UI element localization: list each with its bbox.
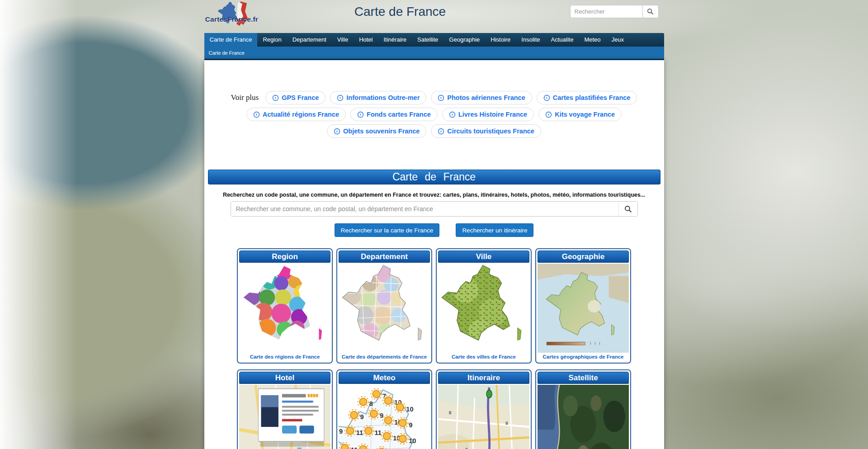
circle-bolt-icon [337, 95, 344, 101]
svg-text:10: 10 [406, 406, 413, 413]
card-departement-caption[interactable]: Carte des départements de France [339, 353, 430, 361]
pill-kits-voyage-france[interactable]: Kits voyage France [538, 108, 622, 121]
site-header: CartesFrance.fr Carte de France [204, 0, 664, 33]
circle-bolt-icon [253, 111, 260, 118]
main-content: Voir plus GPS France Informations Outre-… [204, 60, 664, 449]
svg-text:11: 11 [356, 429, 363, 436]
page-container: CartesFrance.fr Carte de France Carte de… [204, 0, 664, 449]
svg-text:8: 8 [369, 400, 373, 407]
tab-hotel[interactable]: Hotel [354, 33, 378, 47]
top-search [570, 5, 659, 18]
regions-map-image [239, 264, 330, 353]
card-ville-caption[interactable]: Carte des villes de France [438, 353, 529, 361]
search-route-button[interactable]: Rechercher un itinéraire [456, 223, 533, 237]
pill-livres-histoire-france[interactable]: Livres Histoire France [442, 108, 534, 121]
card-geographie-header: Geographie [538, 250, 629, 263]
card-satellite-header: Satellite [538, 372, 629, 384]
card-departement-header: Departement [339, 250, 430, 263]
svg-text:9: 9 [360, 413, 363, 421]
search-icon [624, 205, 632, 213]
card-geographie[interactable]: Geographie Cartes [535, 248, 631, 364]
pill-informations-outre-mer[interactable]: Informations Outre-mer [330, 91, 426, 104]
search-map-button[interactable]: Rechercher sur la carte de France [335, 223, 440, 237]
pill-actualite-regions-france[interactable]: Actualité régions France [246, 108, 346, 121]
card-itineraire-header: Itineraire [438, 372, 529, 384]
card-meteo-header: Meteo [339, 372, 430, 384]
tab-carte-de-france[interactable]: Carte de France [204, 33, 258, 47]
tab-ville[interactable]: Ville [332, 33, 354, 47]
circle-bolt-icon [438, 128, 444, 135]
pill-fonds-cartes-france[interactable]: Fonds cartes France [350, 108, 438, 121]
pill-photos-aeriennes-france[interactable]: Photos aériennes France [431, 91, 532, 104]
card-departement[interactable]: Departement [336, 248, 432, 364]
pill-gps-france[interactable]: GPS France [265, 91, 326, 104]
pill-cartes-plastifiees-france[interactable]: Cartes plastifiées France [537, 91, 637, 104]
geographie-map-image [538, 264, 629, 353]
card-itineraire[interactable]: Itineraire [436, 369, 532, 449]
circle-bolt-icon [438, 95, 444, 101]
svg-text:10: 10 [409, 437, 416, 444]
tab-jeux[interactable]: Jeux [606, 33, 629, 47]
card-meteo[interactable]: Meteo 78101099109911111010111211912 [336, 369, 432, 449]
circle-bolt-icon [272, 95, 279, 101]
page-title: Carte de France [204, 5, 596, 19]
card-hotel-header: Hotel [239, 372, 330, 384]
satellite-map-image [538, 385, 629, 449]
card-region-caption[interactable]: Carte des régions de France [239, 353, 330, 361]
card-ville-header: Ville [438, 250, 529, 263]
svg-text:11: 11 [374, 429, 381, 436]
circle-bolt-icon [334, 128, 340, 135]
cards-grid: Region [237, 248, 631, 449]
tab-geographie[interactable]: Geographie [443, 33, 485, 47]
itineraire-map-image [438, 385, 529, 449]
pill-objets-souvenirs-france[interactable]: Objets souvenirs France [327, 124, 426, 138]
voir-plus-section: Voir plus GPS France Informations Outre-… [204, 91, 664, 138]
svg-text:9: 9 [409, 421, 412, 429]
tab-itineraire[interactable]: Itinéraire [378, 33, 412, 47]
svg-text:9: 9 [380, 412, 383, 419]
voir-plus-label: Voir plus [231, 93, 259, 102]
tab-departement[interactable]: Departement [287, 33, 332, 47]
pill-circuits-touristiques-france[interactable]: Circuits touristiques France [431, 124, 541, 138]
tab-region[interactable]: Region [257, 33, 287, 47]
top-search-input[interactable] [570, 5, 642, 18]
card-satellite[interactable]: Satellite [535, 369, 631, 449]
card-region-header: Region [239, 250, 330, 263]
tab-actualite[interactable]: Actualite [546, 33, 579, 47]
search-icon [647, 8, 654, 15]
circle-bolt-icon [545, 111, 552, 118]
card-geographie-caption[interactable]: Cartes géographiques de France [538, 353, 629, 361]
tab-meteo[interactable]: Meteo [579, 33, 606, 47]
hotel-map-image [239, 385, 330, 449]
intro-text: Recherchez un code postal, une commune, … [204, 192, 664, 198]
main-search-input[interactable] [231, 202, 618, 216]
main-nav: Carte de France Region Departement Ville… [204, 33, 664, 47]
tab-histoire[interactable]: Histoire [485, 33, 516, 47]
card-ville[interactable]: Ville Carte des villes de France [436, 248, 532, 364]
main-search-button[interactable] [618, 202, 637, 216]
svg-text:11: 11 [351, 446, 358, 449]
villes-map-image [438, 264, 529, 353]
circle-bolt-icon [543, 95, 550, 101]
section-banner: Carte de France [208, 170, 660, 184]
circle-bolt-icon [449, 111, 456, 118]
main-search [231, 201, 638, 217]
top-search-button[interactable] [642, 5, 659, 18]
meteo-map-image: 781010991099111110101112119121112131312 [339, 385, 430, 449]
card-hotel[interactable]: Hotel [237, 369, 333, 449]
tab-insolite[interactable]: Insolite [516, 33, 545, 47]
svg-text:9: 9 [339, 428, 343, 435]
breadcrumb[interactable]: Carte de France [204, 47, 664, 60]
circle-bolt-icon [357, 111, 364, 118]
tab-satellite[interactable]: Satellite [412, 33, 443, 47]
departements-map-image [339, 264, 430, 353]
card-region[interactable]: Region [237, 248, 333, 364]
